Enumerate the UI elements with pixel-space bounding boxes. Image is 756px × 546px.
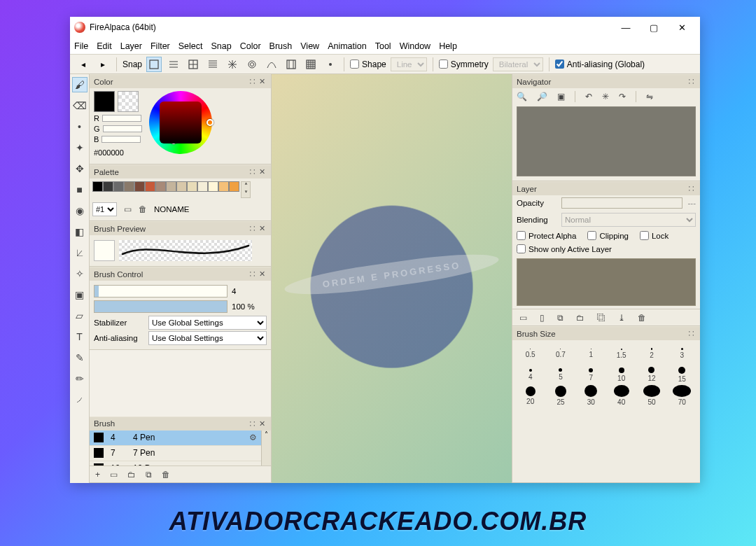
menu-edit[interactable]: Edit (97, 41, 112, 51)
palette-swatch[interactable] (124, 181, 134, 192)
snap-grid-1-icon[interactable] (146, 57, 162, 72)
palette-swatch[interactable] (176, 181, 187, 192)
stabilizer-select[interactable]: Use Global Settings (148, 316, 267, 330)
foreground-swatch[interactable] (94, 91, 115, 112)
hex-value[interactable]: #000000 (94, 148, 142, 157)
panel-dock-icon[interactable]: ⸬ (247, 77, 257, 86)
symmetry-checkbox-input[interactable] (439, 59, 448, 69)
antialias-checkbox-input[interactable] (555, 59, 564, 69)
layer-clip-icon[interactable]: ⿻ (597, 313, 606, 323)
gear-icon[interactable]: ⚙ (249, 433, 257, 442)
brush-size-cell[interactable]: 3 (667, 343, 697, 364)
palette-swatch[interactable] (208, 181, 218, 192)
palette-swatch[interactable] (218, 181, 229, 192)
palette-preset-select[interactable]: #1 (92, 202, 117, 216)
snap-cross-icon[interactable] (186, 57, 201, 72)
tool-text[interactable]: T (72, 329, 88, 344)
palette-swatch[interactable] (166, 181, 176, 192)
palette-swatch[interactable] (229, 181, 239, 192)
layer-delete-icon[interactable]: 🗑 (638, 313, 646, 323)
tool-sparkle[interactable]: ✦ (72, 140, 88, 155)
brush-size-cell[interactable]: 40 (606, 385, 636, 406)
brush-list-item[interactable]: 77 Pen (90, 446, 261, 461)
shape-checkbox[interactable]: Shape (350, 59, 386, 69)
tool-lasso[interactable]: ◉ (72, 203, 88, 218)
brush-delete-icon[interactable]: 🗑 (162, 470, 170, 479)
brush-add-icon[interactable]: + (95, 470, 100, 479)
menu-view[interactable]: View (300, 41, 319, 51)
palette-swatch[interactable] (113, 181, 124, 192)
tool-deform[interactable]: ▱ (72, 308, 88, 323)
snap-radial-icon[interactable] (225, 57, 240, 72)
tool-rect-fill[interactable]: ■ (72, 182, 88, 197)
layer-new-icon[interactable]: ▭ (519, 313, 527, 323)
tool-wand[interactable]: ✧ (72, 266, 88, 281)
snap-parallel-icon[interactable] (166, 57, 181, 72)
palette-swatch[interactable] (187, 181, 197, 192)
brush-size-slider[interactable] (94, 285, 227, 298)
maximize-button[interactable]: ▢ (640, 18, 668, 37)
brush-size-cell[interactable]: 20 (515, 385, 545, 406)
brush-size-cell[interactable]: 10 (606, 364, 636, 385)
brush-list-item[interactable]: 44 Pen⚙ (90, 430, 261, 446)
brush-list-scrollbar[interactable]: ˄˅ (261, 430, 271, 466)
tool-brush[interactable]: 🖌 (72, 77, 88, 92)
panel-dock-icon[interactable]: ⸬ (247, 419, 257, 428)
protect-alpha-check[interactable]: Protect Alpha (517, 231, 576, 240)
palette-swatch[interactable] (134, 181, 145, 192)
brush-size-cell[interactable]: 4 (515, 364, 545, 385)
show-active-check[interactable]: Show only Active Layer (517, 244, 612, 253)
g-slider[interactable] (103, 125, 142, 132)
menu-window[interactable]: Window (400, 41, 430, 51)
brush-size-cell[interactable]: 70 (667, 385, 697, 406)
panel-close-icon[interactable]: ✕ (257, 77, 267, 86)
lock-check[interactable]: Lock (640, 231, 668, 240)
palette-swatch[interactable] (155, 181, 166, 192)
brush-size-cell[interactable]: 1 (576, 343, 606, 364)
brush-aa-select[interactable]: Use Global Settings (148, 331, 267, 345)
zoom-out-icon[interactable]: 🔎 (537, 92, 547, 102)
rotate-reset-icon[interactable]: ✳ (602, 92, 609, 102)
brush-size-cell[interactable]: 0.7 (545, 343, 575, 364)
layer-folder-icon[interactable]: 🗀 (576, 313, 584, 323)
menu-layer[interactable]: Layer (120, 41, 142, 51)
symmetry-checkbox[interactable]: Symmetry (439, 59, 489, 69)
toolbar-next-icon[interactable]: ▸ (95, 57, 111, 72)
layer-list[interactable] (517, 258, 696, 306)
sv-handle[interactable] (170, 137, 177, 144)
menu-animation[interactable]: Animation (328, 41, 367, 51)
palette-new-icon[interactable]: ▭ (124, 204, 132, 214)
layer-dup-icon[interactable]: ⧉ (557, 313, 564, 323)
brush-size-cell[interactable]: 0.5 (515, 343, 545, 364)
panel-dock-icon[interactable]: ⸬ (247, 224, 257, 233)
panel-close-icon[interactable]: ✕ (257, 270, 267, 279)
rotate-cw-icon[interactable]: ↷ (619, 92, 626, 102)
panel-close-icon[interactable]: ✕ (257, 419, 267, 428)
symmetry-select[interactable]: Bilateral (493, 57, 543, 71)
zoom-fit-icon[interactable]: ▣ (557, 92, 565, 102)
panel-close-icon[interactable]: ✕ (257, 167, 267, 176)
shape-checkbox-input[interactable] (350, 59, 359, 69)
brush-size-cell[interactable]: 1.5 (606, 343, 636, 364)
antialias-checkbox[interactable]: Anti-aliasing (Global) (555, 59, 645, 69)
snap-grid-fine-icon[interactable] (303, 57, 318, 72)
r-slider[interactable] (102, 115, 141, 122)
brush-size-cell[interactable]: 30 (576, 385, 606, 406)
brush-size-cell[interactable]: 15 (667, 364, 697, 385)
toolbar-prev-icon[interactable]: ◂ (76, 57, 91, 72)
palette-swatch[interactable] (197, 181, 208, 192)
brush-size-cell[interactable]: 2 (636, 343, 666, 364)
tool-pencil[interactable]: ✏ (72, 371, 88, 386)
snap-dot-icon[interactable] (323, 57, 338, 72)
brush-size-cell[interactable]: 5 (545, 364, 575, 385)
palette-delete-icon[interactable]: 🗑 (139, 204, 147, 214)
menu-tool[interactable]: Tool (375, 41, 391, 51)
menu-file[interactable]: File (74, 41, 88, 51)
tool-eraser[interactable]: ⌫ (72, 98, 88, 113)
brush-opacity-slider[interactable] (94, 300, 227, 313)
tool-crop[interactable]: ▣ (72, 287, 88, 302)
tool-ruler[interactable]: ⟀ (72, 245, 88, 260)
brush-folder-icon[interactable]: 🗀 (127, 470, 136, 479)
rotate-ccw-icon[interactable]: ↶ (585, 92, 592, 102)
tool-dot[interactable]: • (72, 119, 88, 134)
